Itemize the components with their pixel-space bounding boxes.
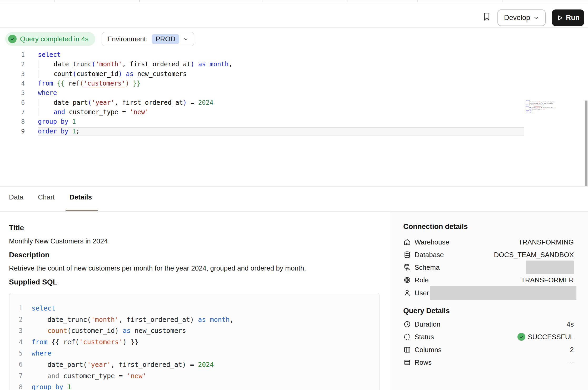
role-row: RoleTRANSFORMER — [403, 274, 574, 286]
line-number: 4 — [0, 80, 25, 87]
line-number: 8 — [0, 118, 25, 125]
supplied-sql-card: 1select2 date_trunc('month', first_order… — [9, 293, 380, 390]
run-label: Run — [566, 14, 580, 22]
tab-divider — [502, 0, 502, 2]
success-check-icon — [8, 35, 17, 43]
rows-value: --- — [567, 358, 574, 367]
rows-icon — [403, 358, 411, 366]
line-number: 5 — [9, 350, 23, 357]
title-value: Monthly New Customers in 2024 — [9, 237, 108, 245]
environment-value-pill: PROD — [152, 34, 179, 44]
connection-details-heading: Connection details — [403, 222, 468, 231]
columns-value: 2 — [570, 346, 574, 354]
code-line: 7 and customer_type = 'new' — [9, 370, 379, 382]
code-line: 6 date_part('year', first_ordered_at) = … — [0, 98, 588, 107]
rows-label: Rows — [415, 358, 432, 367]
code-line: 7 and customer_type = 'new' — [0, 107, 588, 117]
schema-label: Schema — [415, 263, 440, 272]
columns-row: Columns2 — [403, 343, 574, 356]
code-line: 4from {{ ref('customers') }} — [9, 336, 379, 348]
database-row: DatabaseDOCS_TEAM_SANDBOX — [403, 248, 574, 261]
tab-divider — [417, 0, 418, 2]
code-line: order by 1; — [526, 111, 555, 112]
develop-label: Develop — [504, 14, 530, 22]
line-number: 6 — [0, 99, 25, 106]
warehouse-label: Warehouse — [415, 238, 449, 246]
query-status-text: Query completed in 4s — [20, 35, 88, 43]
database-label: Database — [415, 251, 444, 259]
user-row: User — [403, 287, 574, 299]
tab-divider — [54, 0, 55, 2]
toolbar: Develop Run — [0, 3, 588, 28]
query-details-heading: Query Details — [403, 307, 450, 315]
editor-minimap[interactable]: select date_trunc('month', first_ordered… — [526, 100, 555, 116]
editor-code-lines: 1select2 date_trunc('month', first_order… — [0, 47, 588, 136]
database-icon — [403, 251, 411, 259]
active-tab-underline — [66, 210, 98, 211]
title-heading: Title — [9, 224, 24, 232]
line-number: 9 — [0, 128, 25, 135]
code-line: 8group by 1 — [0, 117, 588, 126]
status-value: SUCCESSFUL — [528, 333, 574, 341]
code-line: 3 count(customer_id) as new_customers — [0, 69, 588, 79]
code-line: 6 date_part('year', first_ordered_at) = … — [9, 359, 379, 370]
line-number: 2 — [0, 61, 25, 68]
user-redacted-value — [430, 286, 576, 300]
tab-divider — [347, 0, 347, 2]
duration-icon — [403, 320, 411, 328]
environment-selector[interactable]: Environment: PROD — [102, 32, 194, 46]
sql-editor[interactable]: 1select2 date_trunc('month', first_order… — [0, 47, 588, 186]
tab-data[interactable]: Data — [9, 193, 23, 201]
tab-divider — [262, 0, 262, 2]
code-line: 2 date_trunc('month', first_ordered_at) … — [9, 314, 379, 325]
warehouse-value: TRANSFORMING — [518, 238, 574, 246]
line-number: 7 — [9, 372, 23, 379]
columns-icon — [403, 346, 411, 354]
line-number: 3 — [9, 327, 23, 334]
code-line: 8group by 1 — [9, 382, 379, 390]
line-number: 2 — [9, 316, 23, 323]
line-number: 8 — [9, 383, 23, 390]
line-number: 1 — [0, 51, 25, 58]
database-value: DOCS_TEAM_SANDBOX — [494, 251, 574, 259]
code-line: 5where — [9, 348, 379, 359]
code-line: 1select — [9, 303, 379, 314]
status-row: StatusSUCCESSFUL — [403, 331, 574, 343]
tab-details[interactable]: Details — [69, 193, 92, 201]
supplied-sql-code: 1select2 date_trunc('month', first_order… — [9, 303, 379, 390]
line-number: 6 — [9, 361, 23, 368]
description-heading: Description — [9, 251, 49, 259]
warehouse-row: WarehouseTRANSFORMING — [403, 236, 574, 248]
duration-row: Duration4s — [403, 318, 574, 331]
columns-label: Columns — [415, 346, 442, 354]
environment-label: Environment: — [107, 35, 148, 43]
line-number: 3 — [0, 71, 25, 77]
bookmark-icon[interactable] — [482, 10, 492, 23]
chevron-down-icon — [183, 37, 188, 42]
schema-icon — [403, 263, 411, 271]
line-number: 5 — [0, 89, 25, 96]
user-label: User — [415, 289, 429, 297]
user-icon — [403, 289, 411, 297]
success-check-icon — [517, 333, 525, 341]
line-number: 1 — [9, 304, 23, 312]
role-label: Role — [415, 276, 428, 284]
code-line: 5where — [0, 88, 588, 98]
code-line: 9order by 1; — [0, 126, 588, 136]
chevron-down-icon — [533, 15, 539, 21]
run-button[interactable]: Run — [552, 9, 584, 26]
schema-row: Schema — [403, 261, 574, 274]
tab-divider — [139, 0, 140, 2]
status-label: Status — [415, 333, 434, 341]
develop-dropdown-button[interactable]: Develop — [497, 9, 546, 26]
query-status-pill: Query completed in 4s — [5, 32, 95, 46]
schema-redacted-value — [526, 261, 574, 274]
status-icon — [403, 333, 411, 341]
tab-chart[interactable]: Chart — [38, 193, 55, 201]
description-value: Retrieve the count of new customers per … — [9, 264, 306, 272]
app-window: Develop Run Query completed in 4s Enviro… — [0, 0, 588, 390]
code-line: 4from {{ ref('customers') }} — [0, 79, 588, 88]
results-tabbar: DataChartDetails — [0, 187, 588, 211]
play-icon — [556, 14, 563, 21]
supplied-sql-heading: Supplied SQL — [9, 278, 57, 286]
